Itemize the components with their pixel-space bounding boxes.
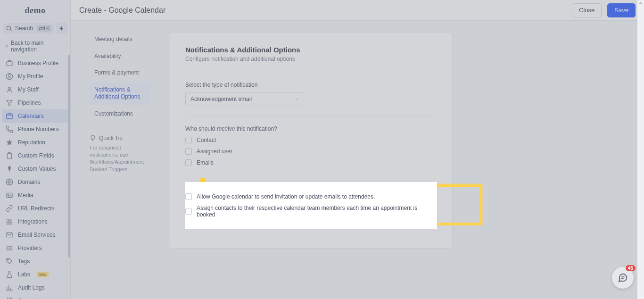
tab-availability[interactable]: Availability xyxy=(90,49,151,64)
tab-notifications-additional-options[interactable]: Notifications & Additional Options xyxy=(90,83,151,105)
clipboard-icon xyxy=(6,152,13,159)
main-area: Create - Google Calendar Close Save Meet… xyxy=(71,0,644,299)
tab-forms-payment[interactable]: Forms & payment xyxy=(90,66,151,81)
svg-point-15 xyxy=(8,194,9,195)
sidebar-item-custom-values[interactable]: Custom Values xyxy=(0,162,70,175)
svg-rect-2 xyxy=(7,62,12,66)
settings-card: Notifications & Additional Options Confi… xyxy=(170,32,453,249)
sidebar-item-label: Integrations xyxy=(18,218,48,225)
sidebar-item-label: Labs xyxy=(18,271,30,278)
flask-icon xyxy=(6,271,13,278)
allow-google-invite-label: Allow Google calendar to send invitation… xyxy=(197,193,375,200)
sidebar-item-label: Audit Logs xyxy=(18,284,45,291)
sidebar-item-label: Email Services xyxy=(18,232,55,238)
topbar: Create - Google Calendar Close Save xyxy=(71,0,644,21)
tab-meeting-details[interactable]: Meeting details xyxy=(90,32,151,47)
search-icon xyxy=(6,25,12,32)
sidebar-item-label: Phone Numbers xyxy=(18,126,59,133)
sidebar-scrollbar[interactable] xyxy=(68,55,70,257)
chevron-down-icon xyxy=(294,97,299,101)
search-label: Search xyxy=(15,25,34,32)
funnel-icon xyxy=(6,99,13,107)
who-label-emails: Emails xyxy=(197,159,214,166)
user-icon xyxy=(6,86,13,93)
svg-rect-6 xyxy=(7,114,12,119)
settings-tabs: Meeting detailsAvailabilityForms & payme… xyxy=(90,32,151,249)
svg-point-5 xyxy=(8,87,10,90)
sidebar-item-label: Media xyxy=(18,192,33,199)
svg-point-0 xyxy=(7,26,10,30)
svg-point-19 xyxy=(8,259,8,260)
sidebar-item-url-redirects[interactable]: URL Redirects xyxy=(0,202,70,215)
sidebar-item-media[interactable]: Media xyxy=(0,189,70,202)
who-label-contact: Contact xyxy=(197,137,216,143)
svg-marker-10 xyxy=(6,139,12,145)
who-checkbox-contact[interactable] xyxy=(185,137,192,143)
user-circle-icon xyxy=(6,73,13,80)
chat-icon xyxy=(618,273,628,283)
globe-icon xyxy=(6,178,13,186)
bulb-icon xyxy=(90,135,96,141)
notification-type-select[interactable]: Acknowledgement email xyxy=(185,92,303,106)
tag-icon xyxy=(6,257,13,265)
chat-widget[interactable]: 45 xyxy=(612,267,634,289)
back-to-main-nav[interactable]: Back to main navigation xyxy=(0,36,70,57)
sidebar-item-label: Pipelines xyxy=(18,100,41,106)
sidebar-item-label: Calendars xyxy=(18,113,44,119)
svg-point-4 xyxy=(8,75,10,76)
notification-type-label: Select the type of notification xyxy=(185,82,437,88)
who-checkbox-assigned-user[interactable] xyxy=(185,148,192,155)
briefcase-icon xyxy=(6,59,13,67)
sidebar-item-label: Reputation xyxy=(18,139,45,146)
page-title: Create - Google Calendar xyxy=(79,6,165,15)
new-badge: new xyxy=(37,272,49,277)
sidebar-item-my-profile[interactable]: My Profile xyxy=(0,70,70,83)
sidebar-item-providers[interactable]: Providers xyxy=(0,241,70,255)
sidebar-item-label: My Profile xyxy=(18,73,43,80)
sidebar-nav: Business ProfileMy ProfileMy StaffPipeli… xyxy=(0,57,70,299)
sidebar-item-domains[interactable]: Domains xyxy=(0,175,70,189)
sidebar-item-labs[interactable]: Labsnew xyxy=(0,268,70,281)
page-scrollbar[interactable] xyxy=(637,0,644,299)
puzzle-icon xyxy=(6,218,13,225)
sidebar-item-reputation[interactable]: Reputation xyxy=(0,136,70,149)
chart-icon xyxy=(6,284,13,291)
sidebar-item-label: URL Redirects xyxy=(18,205,55,212)
sidebar-item-pipelines[interactable]: Pipelines xyxy=(0,96,70,109)
lightning-icon xyxy=(59,25,65,31)
brand-logo: demo xyxy=(0,0,70,21)
sidebar-item-label: Custom Values xyxy=(18,166,56,172)
card-subheading: Configure notification and additional op… xyxy=(185,56,437,62)
who-checkbox-emails[interactable] xyxy=(185,159,192,166)
chat-count-badge: 45 xyxy=(626,265,636,271)
sidebar-item-phone-numbers[interactable]: Phone Numbers xyxy=(0,123,70,136)
sidebar-item-integrations[interactable]: Integrations xyxy=(0,215,70,228)
sidebar-item-label: My Staff xyxy=(18,86,39,93)
who-label: Who should receive this notification? xyxy=(185,125,437,132)
sidebar-item-label: Custom Fields xyxy=(18,152,54,159)
mail-icon xyxy=(6,231,13,239)
save-button[interactable]: Save xyxy=(607,3,636,17)
sidebar-item-audit-logs[interactable]: Audit Logs xyxy=(0,281,70,294)
sidebar-item-tags[interactable]: Tags xyxy=(0,255,70,268)
sidebar-item-calendars[interactable]: Calendars xyxy=(2,109,68,123)
assign-contacts-label: Assign contacts to their respective cale… xyxy=(197,205,437,218)
star-icon xyxy=(6,139,13,146)
sidebar-item-my-staff[interactable]: My Staff xyxy=(0,83,70,96)
search-input[interactable]: Search ctrl K xyxy=(3,23,54,33)
sidebar-item-business-profile[interactable]: Business Profile xyxy=(0,57,70,70)
chevron-up-icon xyxy=(638,1,643,6)
tab-customizations[interactable]: Customizations xyxy=(90,107,151,122)
sidebar-collapse-button[interactable] xyxy=(56,23,67,34)
sidebar-item-label: Business Profile xyxy=(18,60,58,66)
search-shortcut: ctrl K xyxy=(37,25,51,32)
assign-contacts-checkbox[interactable] xyxy=(185,208,192,215)
sidebar-item-custom-fields[interactable]: Custom Fields xyxy=(0,149,70,162)
allow-google-invite-checkbox[interactable] xyxy=(185,193,192,200)
image-icon xyxy=(6,191,13,199)
card-heading: Notifications & Additional Options xyxy=(185,46,437,54)
sidebar-item-email-services[interactable]: Email Services xyxy=(0,228,70,241)
close-button[interactable]: Close xyxy=(572,3,602,17)
sidebar: demo Search ctrl K Back to main navigati… xyxy=(0,0,71,299)
sidebar-item-companies[interactable]: Companies xyxy=(0,294,70,299)
